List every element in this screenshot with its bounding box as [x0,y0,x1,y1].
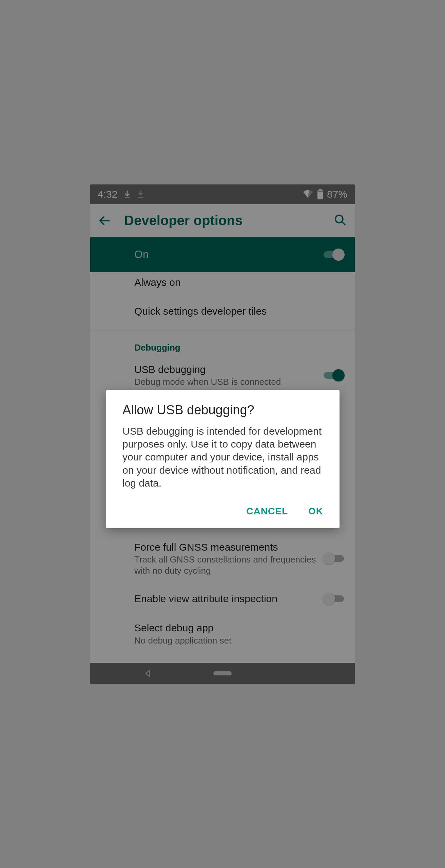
cancel-button[interactable]: CANCEL [246,506,288,517]
dialog-title: Allow USB debugging? [122,403,323,417]
dialog-body: USB debugging is intended for developmen… [122,425,323,490]
ok-button[interactable]: OK [308,506,323,517]
dialog-actions: CANCEL OK [122,506,323,521]
device-frame: 4:32 87% D [0,0,445,868]
phone-screen: 4:32 87% D [90,184,355,684]
usb-debugging-dialog: Allow USB debugging? USB debugging is in… [106,390,340,529]
